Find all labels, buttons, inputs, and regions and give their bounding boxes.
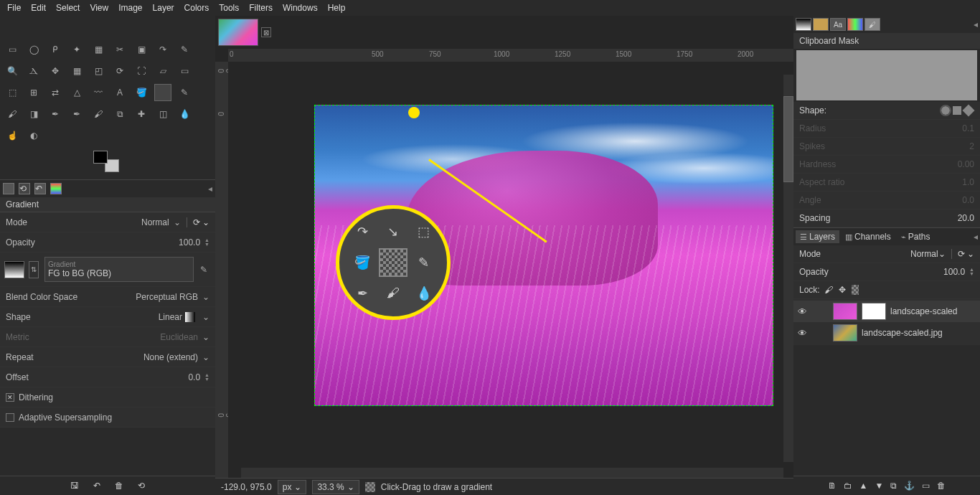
tab-menu-icon[interactable]: ◂ [974,19,978,29]
layer-mask-thumbnail[interactable] [862,303,886,320]
paintbrush-tool[interactable]: 🖌 [4,106,20,122]
tab-images[interactable] [50,183,62,194]
mask-layer-icon[interactable]: ▭ [922,481,930,491]
tab-tool-options[interactable] [3,183,14,194]
layer-row[interactable]: 👁 landscape-scaled [793,301,980,322]
fuzzy-select-tool[interactable]: ✦ [69,42,85,57]
handle-tool[interactable]: ⊞ [26,85,42,100]
dithering-row[interactable]: ✕ Dithering [0,387,215,407]
supersampling-checkbox[interactable] [6,413,14,422]
metric-row[interactable]: Metric Euclidean ⌄ [0,327,215,347]
restore-options-icon[interactable]: ↶ [93,481,100,491]
scale-tool[interactable]: ⛶ [133,63,149,79]
rect-select-tool[interactable]: ▭ [4,42,20,57]
crop-tool[interactable]: ◰ [90,63,106,79]
merge-layer-icon[interactable]: ⚓ [904,481,915,491]
tab-undo[interactable]: ↶ [34,183,46,194]
canvas[interactable]: ↷ ↘ ⬚ 🪣 ✎ ✒ 🖌 💧 [228,62,793,478]
menu-tools[interactable]: Tools [219,3,239,13]
scissors-tool[interactable]: ✂ [112,42,128,57]
mode-switch-icon[interactable]: ⟳ ⌄ [187,217,209,227]
lock-alpha-icon[interactable] [852,285,859,295]
menu-edit[interactable]: Edit [31,3,46,13]
tab-layers[interactable]: ☰ Layers [796,230,839,243]
rotate-tool[interactable]: ⟳ [112,63,128,79]
fg-bg-colors[interactable] [93,151,119,172]
zoom-selector[interactable]: 33.3 %⌄ [312,480,359,494]
raise-layer-icon[interactable]: ▲ [859,481,868,491]
transform-tool[interactable]: ⬚ [4,85,20,100]
horizontal-scrollbar[interactable] [241,468,783,478]
shape-square-icon[interactable] [953,106,961,115]
cage-tool[interactable]: △ [69,85,85,100]
delete-layer-icon[interactable]: 🗑 [937,481,946,491]
layer-name[interactable]: landscape-scaled [890,306,957,316]
tab-history[interactable] [847,18,863,31]
opacity-row[interactable]: Opacity 100.0 ▲▼ [0,232,215,253]
tab-fonts[interactable]: Aa [830,18,846,31]
duplicate-layer-icon[interactable]: ⧉ [890,481,897,491]
tab-paths[interactable]: ⌁ Paths [897,230,935,243]
layer-visibility-icon[interactable]: 👁 [798,306,807,317]
zoom-tool[interactable]: 🔍 [4,63,20,79]
tab-close-button[interactable]: ⊠ [261,27,271,37]
delete-options-icon[interactable]: 🗑 [115,481,123,491]
menu-colors[interactable]: Colors [184,3,209,13]
gradient-row[interactable]: ⇅ Gradient FG to BG (RGB) ✎ [0,253,215,287]
menu-file[interactable]: File [7,3,21,13]
menu-filters[interactable]: Filters [249,3,273,13]
blur-tool[interactable]: 💧 [176,106,192,122]
new-group-icon[interactable]: 🗀 [844,481,852,491]
tab-device-status[interactable]: ⟲ [19,183,30,194]
angle-row[interactable]: Angle0.0 [793,192,980,209]
measure-tool[interactable]: Ⲇ [26,63,42,79]
align-tool[interactable]: ▦ [69,63,85,79]
opacity-spinner[interactable]: ▲▼ [969,268,974,276]
move-tool[interactable]: ✥ [47,63,63,79]
tab-patterns[interactable] [813,18,829,31]
tab-menu-icon[interactable]: ◂ [208,184,212,194]
radius-row[interactable]: Radius0.1 [793,120,980,138]
heal-tool[interactable]: ✚ [133,106,149,122]
brush-shape-row[interactable]: Shape: [793,102,980,120]
tab-channels[interactable]: ▥ Channels [841,230,895,243]
hardness-row[interactable]: Hardness0.00 [793,156,980,174]
save-options-icon[interactable]: 🖫 [70,481,79,491]
gradient-swatch[interactable] [4,261,24,278]
clone-tool[interactable]: ⧉ [112,106,128,122]
tab-brushes[interactable] [796,18,811,31]
airbrush-tool[interactable]: ✒ [47,106,63,122]
gradient-tool[interactable] [155,85,171,100]
offset-spinner[interactable]: ▲▼ [204,373,209,382]
perspective-clone-tool[interactable]: ◫ [155,106,171,122]
warp-tool[interactable]: 〰 [90,85,106,100]
text-tool[interactable]: A [112,85,128,100]
layer-row[interactable]: 👁 landscape-scaled.jpg [793,322,980,344]
offset-row[interactable]: Offset 0.0 ▲▼ [0,367,215,387]
new-layer-icon[interactable]: 🗎 [828,481,837,491]
layer-name[interactable]: landscape-scaled.jpg [862,328,943,338]
opacity-spinner[interactable]: ▲▼ [204,238,209,247]
supersampling-row[interactable]: Adaptive Supersampling [0,407,215,428]
paths-tool[interactable]: ↷ [155,42,171,57]
fg-color-swatch[interactable] [93,151,108,164]
menu-layer[interactable]: Layer [153,3,174,13]
pencil-tool[interactable]: ✎ [176,85,192,100]
menu-view[interactable]: View [90,3,108,13]
layer-thumbnail[interactable] [833,303,857,320]
mode-switch-icon[interactable]: ⟳ ⌄ [951,249,974,259]
layer-opacity-row[interactable]: Opacity 100.0 ▲▼ [793,263,980,281]
mode-row[interactable]: Mode Normal ⌄ ⟳ ⌄ [0,212,215,232]
blend-space-row[interactable]: Blend Color Space Perceptual RGB ⌄ [0,287,215,307]
lock-position-icon[interactable]: ✥ [839,285,846,295]
by-color-select-tool[interactable]: ▦ [90,42,106,57]
foreground-select-tool[interactable]: ▣ [133,42,149,57]
menu-select[interactable]: Select [56,3,80,13]
gradient-edit-icon[interactable]: ✎ [197,265,211,275]
shape-circle-icon[interactable] [941,106,950,115]
aspect-row[interactable]: Aspect ratio1.0 [793,174,980,192]
bucket-fill-tool[interactable]: 🪣 [133,85,149,100]
eraser-tool[interactable]: ◨ [26,106,42,122]
menu-image[interactable]: Image [118,3,142,13]
dithering-checkbox[interactable]: ✕ [6,393,14,402]
